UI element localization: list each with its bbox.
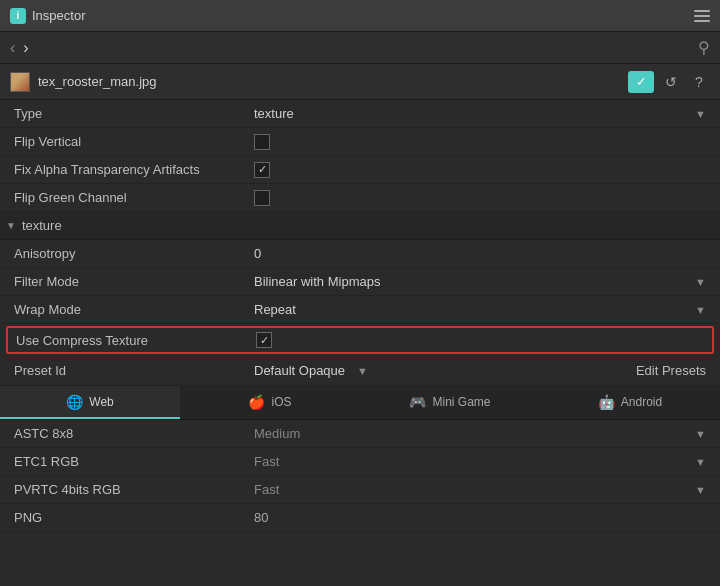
wrap-mode-arrow: ▼ [695,304,706,316]
use-compress-texture-checkbox[interactable] [256,332,272,348]
filter-mode-row: Filter Mode Bilinear with Mipmaps ▼ [0,268,720,296]
type-dropdown-arrow: ▼ [695,108,706,120]
preset-dropdown[interactable]: Default Opaque ▼ [254,363,368,378]
etc1-label: ETC1 RGB [14,454,254,469]
png-value: 80 [254,510,706,525]
file-left: tex_rooster_man.jpg [10,72,157,92]
fix-alpha-row: Fix Alpha Transparency Artifacts [0,156,720,184]
wrap-mode-row: Wrap Mode Repeat ▼ [0,296,720,324]
filter-mode-label: Filter Mode [14,274,254,289]
pin-button[interactable]: ⚲ [698,38,710,57]
title-text: Inspector [32,8,85,23]
preset-row: Preset Id Default Opaque ▼ Edit Presets [0,356,720,386]
pvrtc-label: PVRTC 4bits RGB [14,482,254,497]
anisotropy-label: Anisotropy [14,246,254,261]
properties-section: Type texture ▼ Flip Vertical Fix Alpha T… [0,100,720,212]
file-name: tex_rooster_man.jpg [38,74,157,89]
nav-bar: ‹ › ⚲ [0,32,720,64]
use-compress-texture-label: Use Compress Texture [16,333,256,348]
title-bar: i Inspector [0,0,720,32]
flip-vertical-label: Flip Vertical [14,134,254,149]
preset-value: Default Opaque [254,363,345,378]
fix-alpha-value [254,162,706,178]
png-row: PNG 80 [0,504,720,532]
astc-value[interactable]: Medium ▼ [254,426,706,441]
pvrtc-value[interactable]: Fast ▼ [254,482,706,497]
wrap-mode-value[interactable]: Repeat ▼ [254,302,706,317]
wrap-mode-dropdown-value: Repeat [254,302,695,317]
ios-icon: 🍎 [248,394,265,410]
minigame-icon: 🎮 [409,394,426,410]
png-value-text: 80 [254,510,268,525]
wrap-mode-label: Wrap Mode [14,302,254,317]
png-label: PNG [14,510,254,525]
tab-ios[interactable]: 🍎 iOS [180,386,360,419]
back-button[interactable]: ‹ [10,39,15,57]
type-value[interactable]: texture ▼ [254,106,706,121]
anisotropy-text: 0 [254,246,261,261]
filter-mode-arrow: ▼ [695,276,706,288]
filter-mode-dropdown-value: Bilinear with Mipmaps [254,274,695,289]
edit-presets-button[interactable]: Edit Presets [636,363,706,378]
anisotropy-value: 0 [254,246,706,261]
use-compress-texture-row: Use Compress Texture [6,326,714,354]
flip-vertical-value [254,134,706,150]
file-thumbnail [10,72,30,92]
tab-ios-label: iOS [271,395,291,409]
type-dropdown-value: texture [254,106,695,121]
astc-label: ASTC 8x8 [14,426,254,441]
pvrtc-arrow: ▼ [695,484,706,496]
filter-mode-value[interactable]: Bilinear with Mipmaps ▼ [254,274,706,289]
tab-android-label: Android [621,395,662,409]
nav-arrows: ‹ › [10,39,29,57]
fix-alpha-label: Fix Alpha Transparency Artifacts [14,162,254,177]
inspector-icon: i [10,8,26,24]
preset-dropdown-arrow: ▼ [357,365,368,377]
etc1-value[interactable]: Fast ▼ [254,454,706,469]
texture-section-header[interactable]: ▼ texture [0,212,720,240]
flip-vertical-checkbox[interactable] [254,134,270,150]
forward-button[interactable]: › [23,39,28,57]
title-bar-left: i Inspector [10,8,85,24]
platform-properties: ASTC 8x8 Medium ▼ ETC1 RGB Fast ▼ PVRTC … [0,420,720,532]
flip-green-checkbox[interactable] [254,190,270,206]
use-compress-texture-value [256,332,704,348]
flip-vertical-row: Flip Vertical [0,128,720,156]
web-icon: 🌐 [66,394,83,410]
platform-tabs: 🌐 Web 🍎 iOS 🎮 Mini Game 🤖 Android [0,386,720,420]
menu-button[interactable] [694,10,710,22]
reset-button[interactable]: ↺ [660,71,682,93]
file-row: tex_rooster_man.jpg ✓ ↺ ? [0,64,720,100]
preset-value-area: Default Opaque ▼ Edit Presets [254,363,706,378]
tab-web[interactable]: 🌐 Web [0,386,180,419]
pvrtc-value-text: Fast [254,482,279,497]
type-label: Type [14,106,254,121]
astc-row: ASTC 8x8 Medium ▼ [0,420,720,448]
flip-green-value [254,190,706,206]
fix-alpha-checkbox[interactable] [254,162,270,178]
anisotropy-row: Anisotropy 0 [0,240,720,268]
preset-label: Preset Id [14,363,254,378]
etc1-value-text: Fast [254,454,279,469]
etc1-arrow: ▼ [695,456,706,468]
confirm-button[interactable]: ✓ [628,71,654,93]
file-actions: ✓ ↺ ? [628,71,710,93]
tab-minigame-label: Mini Game [432,395,490,409]
flip-green-label: Flip Green Channel [14,190,254,205]
flip-green-row: Flip Green Channel [0,184,720,212]
etc1-row: ETC1 RGB Fast ▼ [0,448,720,476]
tab-android[interactable]: 🤖 Android [540,386,720,419]
type-row: Type texture ▼ [0,100,720,128]
texture-properties: Anisotropy 0 Filter Mode Bilinear with M… [0,240,720,354]
android-icon: 🤖 [598,394,615,410]
texture-section-label: texture [22,218,62,233]
astc-value-text: Medium [254,426,300,441]
astc-arrow: ▼ [695,428,706,440]
texture-caret: ▼ [6,220,16,231]
tab-web-label: Web [89,395,113,409]
pvrtc-row: PVRTC 4bits RGB Fast ▼ [0,476,720,504]
tab-minigame[interactable]: 🎮 Mini Game [360,386,540,419]
help-button[interactable]: ? [688,71,710,93]
